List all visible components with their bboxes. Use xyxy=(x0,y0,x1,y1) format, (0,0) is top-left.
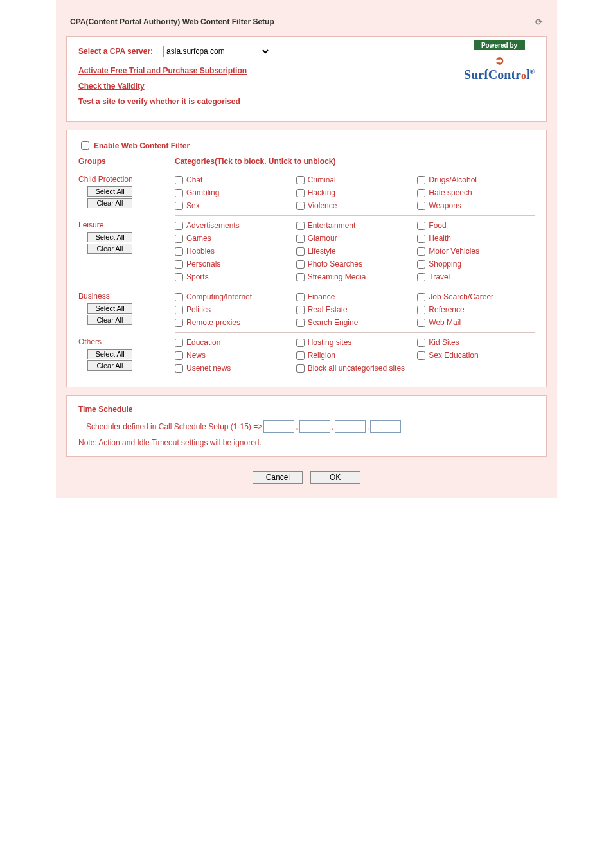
category-checkbox[interactable] xyxy=(417,176,425,184)
category-checkbox[interactable] xyxy=(296,293,305,301)
category-checkbox[interactable] xyxy=(175,235,183,243)
category-item[interactable]: Politics xyxy=(175,305,292,314)
activate-link[interactable]: Activate Free Trial and Purchase Subscri… xyxy=(78,66,247,75)
category-item[interactable]: Education xyxy=(175,338,292,347)
category-checkbox[interactable] xyxy=(175,351,183,360)
category-item[interactable]: Games xyxy=(175,234,292,243)
category-item[interactable]: Usenet news xyxy=(175,364,292,373)
category-checkbox[interactable] xyxy=(296,235,305,243)
clear-all-button[interactable]: Clear All xyxy=(87,198,132,208)
category-checkbox[interactable] xyxy=(296,176,305,184)
category-checkbox[interactable] xyxy=(296,260,305,269)
category-item[interactable]: Sex xyxy=(175,201,292,210)
category-item[interactable]: Block all uncategorised sites xyxy=(296,364,414,373)
category-item[interactable]: Kid Sites xyxy=(417,338,535,347)
category-item[interactable]: Job Search/Career xyxy=(417,292,535,301)
category-checkbox[interactable] xyxy=(296,351,305,360)
category-checkbox[interactable] xyxy=(296,222,305,230)
category-item[interactable]: Weapons xyxy=(417,201,535,210)
category-checkbox[interactable] xyxy=(417,293,425,301)
category-item[interactable]: Hobbies xyxy=(175,247,292,256)
category-item[interactable]: Shopping xyxy=(417,260,535,269)
category-item[interactable]: Lifestyle xyxy=(296,247,414,256)
category-checkbox[interactable] xyxy=(296,306,305,314)
category-item[interactable]: Reference xyxy=(417,305,535,314)
category-checkbox[interactable] xyxy=(296,339,305,347)
category-item[interactable]: Search Engine xyxy=(296,318,414,327)
schedule-input-2[interactable] xyxy=(299,420,330,433)
category-checkbox[interactable] xyxy=(417,235,425,243)
category-checkbox[interactable] xyxy=(175,293,183,301)
enable-filter-checkbox[interactable] xyxy=(81,141,89,150)
select-all-button[interactable]: Select All xyxy=(87,232,132,242)
category-item[interactable]: Glamour xyxy=(296,234,414,243)
category-checkbox[interactable] xyxy=(296,364,305,373)
schedule-input-4[interactable] xyxy=(370,420,401,433)
category-item[interactable]: Sex Education xyxy=(417,351,535,360)
category-checkbox[interactable] xyxy=(417,189,425,197)
category-checkbox[interactable] xyxy=(175,364,183,373)
category-item[interactable]: Health xyxy=(417,234,535,243)
select-all-button[interactable]: Select All xyxy=(87,186,132,197)
category-item[interactable]: Remote proxies xyxy=(175,318,292,327)
category-checkbox[interactable] xyxy=(417,306,425,314)
category-item[interactable]: Hacking xyxy=(296,188,414,197)
category-item[interactable]: Violence xyxy=(296,201,414,210)
select-all-button[interactable]: Select All xyxy=(87,349,132,359)
category-checkbox[interactable] xyxy=(175,176,183,184)
category-item[interactable]: Web Mail xyxy=(417,318,535,327)
category-checkbox[interactable] xyxy=(296,189,305,197)
category-item[interactable]: Travel xyxy=(417,272,535,281)
category-checkbox[interactable] xyxy=(417,247,425,256)
category-checkbox[interactable] xyxy=(175,222,183,230)
category-item[interactable]: Hate speech xyxy=(417,188,535,197)
category-item[interactable]: Sports xyxy=(175,272,292,281)
category-checkbox[interactable] xyxy=(175,273,183,281)
category-checkbox[interactable] xyxy=(417,351,425,360)
category-checkbox[interactable] xyxy=(175,247,183,256)
category-checkbox[interactable] xyxy=(417,222,425,230)
category-item[interactable]: Food xyxy=(417,221,535,230)
category-checkbox[interactable] xyxy=(175,339,183,347)
category-item[interactable]: Chat xyxy=(175,175,292,184)
test-site-link[interactable]: Test a site to verify whether it is cate… xyxy=(78,97,240,106)
category-checkbox[interactable] xyxy=(175,306,183,314)
clear-all-button[interactable]: Clear All xyxy=(87,244,132,254)
category-checkbox[interactable] xyxy=(417,319,425,327)
category-checkbox[interactable] xyxy=(417,260,425,269)
category-checkbox[interactable] xyxy=(296,202,305,210)
category-checkbox[interactable] xyxy=(175,202,183,210)
refresh-icon[interactable]: ⟳ xyxy=(535,17,547,27)
category-item[interactable]: News xyxy=(175,351,292,360)
cancel-button[interactable]: Cancel xyxy=(253,471,303,484)
category-item[interactable]: Drugs/Alcohol xyxy=(417,175,535,184)
category-item[interactable]: Advertisements xyxy=(175,221,292,230)
category-item[interactable]: Gambling xyxy=(175,188,292,197)
category-item[interactable]: Personals xyxy=(175,260,292,269)
category-item[interactable]: Finance xyxy=(296,292,414,301)
category-checkbox[interactable] xyxy=(175,319,183,327)
category-checkbox[interactable] xyxy=(296,319,305,327)
category-item[interactable]: Photo Searches xyxy=(296,260,414,269)
category-checkbox[interactable] xyxy=(175,260,183,269)
category-item[interactable]: Real Estate xyxy=(296,305,414,314)
category-checkbox[interactable] xyxy=(296,273,305,281)
category-item[interactable]: Entertainment xyxy=(296,221,414,230)
category-item[interactable]: Computing/Internet xyxy=(175,292,292,301)
schedule-input-1[interactable] xyxy=(263,420,294,433)
category-item[interactable]: Hosting sites xyxy=(296,338,414,347)
check-validity-link[interactable]: Check the Validity xyxy=(78,82,145,91)
category-checkbox[interactable] xyxy=(417,339,425,347)
category-checkbox[interactable] xyxy=(296,247,305,256)
category-item[interactable]: Religion xyxy=(296,351,414,360)
clear-all-button[interactable]: Clear All xyxy=(87,315,132,325)
schedule-input-3[interactable] xyxy=(335,420,366,433)
category-checkbox[interactable] xyxy=(417,202,425,210)
category-checkbox[interactable] xyxy=(175,189,183,197)
cpa-server-select[interactable]: asia.surfcpa.com xyxy=(163,46,271,57)
clear-all-button[interactable]: Clear All xyxy=(87,360,132,371)
category-item[interactable]: Motor Vehicles xyxy=(417,247,535,256)
ok-button[interactable]: OK xyxy=(310,471,360,484)
category-checkbox[interactable] xyxy=(417,273,425,281)
category-item[interactable]: Streaming Media xyxy=(296,272,414,281)
